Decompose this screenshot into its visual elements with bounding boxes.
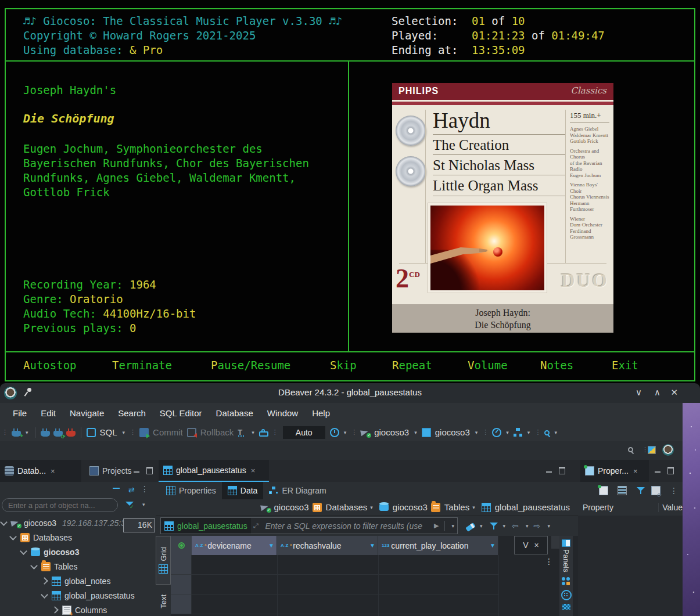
topology-icon[interactable]: [514, 428, 523, 437]
crumb-databases[interactable]: Databases▾: [313, 502, 376, 512]
rollback-icon[interactable]: [187, 428, 196, 437]
refresh-table-icon[interactable]: [651, 486, 660, 495]
filters-caret[interactable]: ▾: [503, 523, 506, 529]
value-viewer-toggle[interactable]: V×: [514, 536, 548, 554]
expand-filter-icon[interactable]: ⤢: [253, 522, 259, 529]
property-column-header[interactable]: Property: [578, 503, 659, 512]
expander-icon[interactable]: [0, 518, 8, 526]
grid-corner-cell[interactable]: [171, 536, 192, 556]
outline-view-icon[interactable]: [618, 486, 627, 495]
menu-pause-resume[interactable]: Pause/Resume: [211, 359, 290, 372]
menu-exit[interactable]: Exit: [612, 359, 638, 372]
nav-forward-caret[interactable]: ▾: [548, 523, 551, 529]
transaction-mode-caret[interactable]: ▾: [252, 430, 254, 435]
perspective-icon[interactable]: [648, 446, 656, 454]
tab-projects[interactable]: Projects: [85, 460, 131, 482]
shade-window-icon[interactable]: ∨: [636, 387, 642, 398]
menu-repeat[interactable]: Repeat: [392, 359, 432, 372]
menu-database[interactable]: Database: [209, 408, 260, 418]
search-metadata-caret[interactable]: ▾: [554, 430, 557, 435]
column-menu-icon[interactable]: ▼: [486, 542, 496, 549]
collapse-all-icon[interactable]: [113, 488, 120, 489]
sql-filter-box[interactable]: global_pausestatus ⤢ Enter a SQL express…: [160, 517, 458, 534]
calc-panel-icon[interactable]: [561, 590, 572, 600]
dbeaver-badge-icon[interactable]: [662, 444, 674, 456]
tree-item-tables[interactable]: Tables: [0, 559, 77, 574]
tree-item-global-pausestatus[interactable]: global_pausestatus: [0, 588, 135, 603]
lock-icon[interactable]: [259, 431, 268, 437]
tree-item-connection[interactable]: giocoso3 192.168.137.25:3306: [0, 516, 139, 530]
subtab-data[interactable]: Data: [222, 482, 264, 499]
tree-item-giocoso3-db[interactable]: giocoso3: [0, 545, 79, 559]
transaction-mode-icon[interactable]: T: [238, 428, 247, 437]
menu-skip[interactable]: Skip: [330, 359, 357, 372]
text-view-tab[interactable]: Text: [156, 587, 171, 616]
column-header-rechashvalue[interactable]: A-Zᵃ rechashvalue ▼: [277, 536, 378, 555]
filter-config-icon[interactable]: [125, 500, 134, 510]
crumb-caret[interactable]: ▾: [472, 505, 475, 510]
active-database[interactable]: giocoso3: [435, 427, 470, 437]
menu-edit[interactable]: Edit: [34, 408, 63, 418]
menu-sql-editor[interactable]: SQL Editor: [153, 408, 209, 418]
menu-terminate[interactable]: Terminate: [112, 359, 172, 372]
grid-view-tab[interactable]: Grid: [156, 536, 171, 585]
rollback-button[interactable]: Rollback: [200, 427, 234, 437]
clear-filter-caret[interactable]: ▾: [480, 523, 483, 529]
close-window-icon[interactable]: ✕: [670, 387, 678, 398]
link-editor-icon[interactable]: ⇄: [128, 485, 135, 494]
transaction-log-icon[interactable]: [330, 428, 339, 437]
column-menu-icon[interactable]: ▼: [265, 542, 274, 549]
close-tab-icon[interactable]: ×: [633, 467, 638, 475]
pin-object-icon[interactable]: [599, 486, 608, 495]
main-minmax[interactable]: [546, 467, 565, 474]
column-header-current-play-location[interactable]: 123 current_play_location ▼: [378, 536, 498, 555]
sql-editor-caret[interactable]: ▾: [123, 430, 125, 435]
expander-icon[interactable]: [30, 562, 38, 570]
new-connection-caret[interactable]: ▾: [26, 430, 28, 435]
row-header[interactable]: [171, 555, 192, 575]
active-connection-icon[interactable]: [361, 428, 370, 437]
clear-filter-icon[interactable]: [465, 523, 476, 532]
column-menu-icon[interactable]: ▼: [366, 542, 375, 549]
menu-volume[interactable]: Volume: [468, 359, 508, 372]
tree-item-databases[interactable]: Databases: [0, 530, 72, 545]
panel-toggle-icons[interactable]: [562, 577, 571, 585]
expander-icon[interactable]: [9, 533, 17, 541]
search-metadata-icon[interactable]: [544, 430, 550, 435]
expander-icon[interactable]: [41, 591, 48, 599]
maximize-window-icon[interactable]: ∧: [654, 387, 660, 398]
new-connection-icon[interactable]: [12, 431, 21, 437]
active-connection-caret[interactable]: ▾: [414, 430, 417, 435]
tree-item-columns[interactable]: Columns: [0, 603, 107, 616]
crumb-caret[interactable]: ▾: [370, 505, 373, 510]
apply-filter-icon[interactable]: ▶: [434, 522, 439, 529]
nav-back-icon[interactable]: ⇦: [512, 521, 521, 531]
tab-global-pausestatus[interactable]: global_pausestatus ×: [159, 460, 269, 482]
close-tab-icon[interactable]: ×: [51, 467, 55, 475]
column-header-devicename[interactable]: A-Zᵃ devicename ▼: [192, 536, 277, 555]
active-database-caret[interactable]: ▾: [475, 430, 478, 435]
menu-window[interactable]: Window: [260, 408, 305, 418]
sql-editor-icon[interactable]: [87, 428, 96, 437]
tree-item-global-notes[interactable]: global_notes: [0, 574, 110, 588]
tab-properties-panel[interactable]: Proper... ×: [580, 460, 649, 482]
menu-autostop[interactable]: Autostop: [23, 359, 77, 372]
filter-properties-icon[interactable]: [636, 486, 645, 495]
nav-forward-icon[interactable]: ⇨: [534, 521, 543, 531]
tab-database-navigator[interactable]: Datab... ×: [0, 460, 81, 482]
expander-icon[interactable]: [41, 577, 48, 585]
row-header[interactable]: [171, 575, 192, 595]
filter-history-caret[interactable]: ▾: [451, 523, 454, 529]
quick-search-icon[interactable]: [628, 447, 633, 452]
nav-back-caret[interactable]: ▾: [526, 523, 529, 529]
dashboard-icon[interactable]: [492, 428, 501, 437]
crumb-connection[interactable]: giocoso3: [261, 502, 309, 512]
expander-icon[interactable]: [20, 547, 27, 555]
commit-icon[interactable]: [139, 428, 149, 437]
crumb-database[interactable]: giocoso3: [379, 502, 428, 512]
filter-caret[interactable]: ▾: [142, 502, 145, 507]
grid-menu-dots[interactable]: ⋮: [545, 557, 553, 566]
crumb-table[interactable]: global_pausestatus: [482, 502, 570, 512]
dashboard-caret[interactable]: ▾: [506, 430, 509, 435]
sql-editor-button[interactable]: SQL: [100, 427, 117, 437]
